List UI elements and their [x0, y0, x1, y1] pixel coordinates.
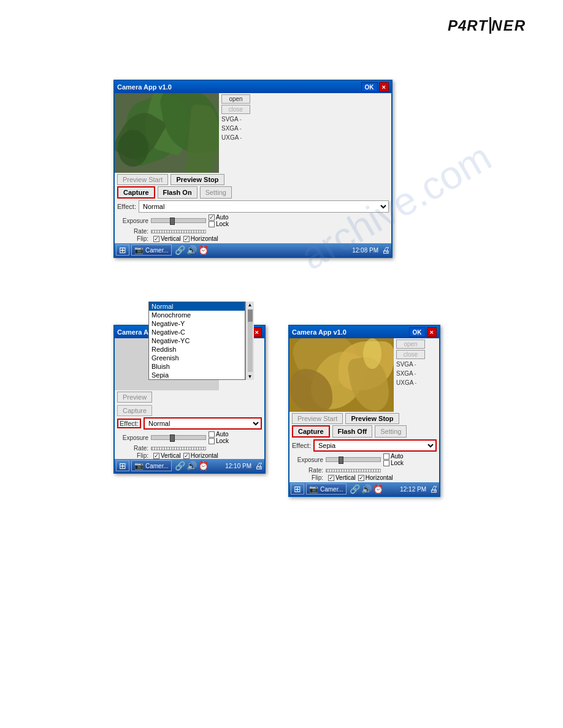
- dropdown-scrollbar-2[interactable]: ▲ ▼: [245, 301, 254, 380]
- capture-row-2: Capture: [115, 405, 264, 416]
- start-btn-3[interactable]: ⊞: [291, 483, 304, 495]
- exposure-slider-2[interactable]: [151, 435, 206, 440]
- preview-btn-2[interactable]: Preview: [117, 392, 152, 403]
- scroll-thumb-2: [248, 309, 253, 322]
- controls-area-2: Preview Capture Normal Monochrome Negati…: [115, 390, 264, 459]
- cam-sidebar-1: open close SVGA - SXGA - UXGA -: [219, 93, 253, 173]
- auto-cb-3[interactable]: [383, 453, 389, 460]
- lock-checkbox-1[interactable]: [209, 221, 215, 227]
- camera-window-2: Camera App v1.0 OK × open close SVGA Pre…: [113, 325, 266, 474]
- exposure-row-1: Exposure Auto Lock: [117, 214, 389, 227]
- scroll-up-2[interactable]: ▲: [247, 301, 253, 308]
- dropdown-item-normal[interactable]: Normal: [149, 302, 245, 311]
- setting-btn-3[interactable]: Setting: [375, 425, 407, 438]
- taskbar-app-1[interactable]: 📷 Camer...: [131, 245, 172, 256]
- auto-checkbox-label-1[interactable]: Auto: [209, 214, 229, 221]
- exposure-label-2: Exposure: [117, 434, 151, 441]
- preview-start-btn-3[interactable]: Preview Start: [292, 413, 343, 424]
- taskbar-app-2[interactable]: 📷 Camer...: [131, 460, 172, 471]
- start-btn-2[interactable]: ⊞: [116, 460, 129, 471]
- flash-btn-3[interactable]: Flash Off: [332, 425, 373, 438]
- flip-label-3: Flip:: [292, 474, 326, 481]
- preview-stop-btn-1[interactable]: Preview Stop: [170, 174, 224, 185]
- setting-btn-1[interactable]: Setting: [200, 186, 232, 199]
- ok-button-1[interactable]: OK: [361, 82, 378, 92]
- open-btn-3[interactable]: open: [396, 339, 425, 349]
- effect-row-1: Effect: Normal Monochrome Negative-Y Neg…: [117, 200, 389, 213]
- rate-track-3: [326, 469, 381, 472]
- camera-window-1: Camera App v1.0 OK × open close SVGA - S…: [113, 80, 393, 258]
- taskbar-icons-3: 🔗 🔊 ⏰: [350, 484, 383, 494]
- dropdown-item-reddish[interactable]: Reddish: [149, 345, 245, 354]
- taskbar-app-3[interactable]: 📷 Camer...: [306, 483, 347, 495]
- preview-start-btn-1[interactable]: Preview Start: [117, 174, 168, 185]
- rate-row-2: Rate:: [115, 445, 264, 452]
- close-button-1[interactable]: ×: [379, 82, 389, 92]
- close-btn-1[interactable]: close: [221, 105, 250, 114]
- exposure-row-2: Exposure Auto Lock: [115, 431, 264, 444]
- capture-btn-3[interactable]: Capture: [292, 425, 330, 438]
- close-btn-3[interactable]: close: [396, 350, 425, 359]
- effect-select-3[interactable]: Sepia: [313, 439, 437, 452]
- effect-row-2: Effect: Normal: [115, 417, 264, 430]
- action-row-3: Capture Flash Off Setting: [292, 425, 437, 438]
- vertical-cb-3[interactable]: [328, 475, 334, 481]
- svga-label-1: SVGA: [221, 115, 239, 123]
- horizontal-cb-3[interactable]: [358, 475, 364, 481]
- scroll-down-2[interactable]: ▼: [247, 373, 253, 380]
- auto-checkbox-1[interactable]: [209, 214, 215, 221]
- dropdown-item-negativey[interactable]: Negative-Y: [149, 319, 245, 328]
- vertical-cb-2[interactable]: [153, 453, 159, 459]
- vertical-label-1[interactable]: Vertical: [153, 235, 181, 242]
- dropdown-item-negativeyc[interactable]: Negative-YC: [149, 336, 245, 345]
- horizontal-cb-1[interactable]: [183, 236, 190, 242]
- dropdown-item-sepia[interactable]: Sepia: [149, 371, 245, 379]
- preview-stop-btn-3[interactable]: Preview Stop: [345, 413, 399, 424]
- rate-label-3: Rate:: [292, 467, 326, 474]
- horizontal-cb-2[interactable]: [183, 453, 190, 459]
- dropdown-item-greenish[interactable]: Greenish: [149, 354, 245, 362]
- start-btn-1[interactable]: ⊞: [116, 245, 129, 256]
- taskbar-icons-1: 🔗 🔊 ⏰: [175, 245, 209, 255]
- exposure-slider-1[interactable]: [151, 218, 206, 223]
- effect-select-1[interactable]: Normal Monochrome Negative-Y Negative-C …: [139, 200, 389, 213]
- dropdown-item-negativec[interactable]: Negative-C: [149, 328, 245, 336]
- rate-label-2: Rate:: [117, 445, 151, 452]
- auto-cb-2[interactable]: [209, 431, 215, 438]
- vertical-cb-1[interactable]: [153, 236, 159, 242]
- taskbar-icon-network: 🔗: [175, 245, 185, 255]
- preview-row-1: Preview Start Preview Stop: [117, 174, 389, 185]
- lock-cb-3[interactable]: [383, 460, 389, 466]
- dropdown-item-bluish[interactable]: Bluish: [149, 362, 245, 371]
- flip-row-1: Flip: Vertical Horizontal: [117, 235, 389, 242]
- titlebar-1: Camera App v1.0 OK ×: [115, 81, 391, 93]
- flash-btn-1[interactable]: Flash On: [158, 186, 197, 199]
- lock-checkbox-label-1[interactable]: Lock: [209, 221, 229, 227]
- win-controls-1: OK ×: [361, 82, 389, 92]
- taskbar-icon-clock: ⏰: [198, 245, 209, 255]
- close-button-3[interactable]: ×: [427, 327, 437, 337]
- capture-btn-2[interactable]: Capture: [117, 405, 152, 416]
- effect-label-2: Effect:: [117, 419, 141, 428]
- exposure-slider-3[interactable]: [326, 457, 381, 462]
- exposure-label-3: Exposure: [292, 457, 326, 463]
- taskbar-2: ⊞ 📷 Camer... 🔗 🔊 ⏰ 12:10 PM 🖨: [115, 459, 264, 472]
- effect-select-2[interactable]: Normal: [144, 417, 262, 430]
- open-btn-1[interactable]: open: [221, 94, 250, 104]
- exposure-row-3: Exposure Auto Lock: [292, 453, 437, 466]
- taskbar-icon-snd-3: 🔊: [361, 484, 372, 494]
- horizontal-label-1[interactable]: Horizontal: [183, 235, 218, 242]
- ok-button-3[interactable]: OK: [409, 327, 426, 337]
- partner-logo: P4RTNER: [448, 17, 526, 34]
- cam-body-1: open close SVGA - SXGA - UXGA -: [115, 93, 391, 173]
- uxga-label-3: UXGA: [396, 379, 413, 387]
- taskbar-icon-net-3: 🔗: [350, 484, 360, 494]
- taskbar-printer-1: 🖨: [381, 245, 390, 255]
- dropdown-item-monochrome[interactable]: Monochrome: [149, 311, 245, 319]
- scroll-track-2: [248, 309, 253, 372]
- capture-btn-1[interactable]: Capture: [117, 186, 155, 199]
- lock-cb-2[interactable]: [209, 438, 215, 444]
- effect-label-3: Effect:: [292, 442, 311, 449]
- dropdown-container-2: Normal Monochrome Negative-Y Negative-C …: [148, 301, 254, 380]
- sxga-label-3: SXGA: [396, 370, 413, 377]
